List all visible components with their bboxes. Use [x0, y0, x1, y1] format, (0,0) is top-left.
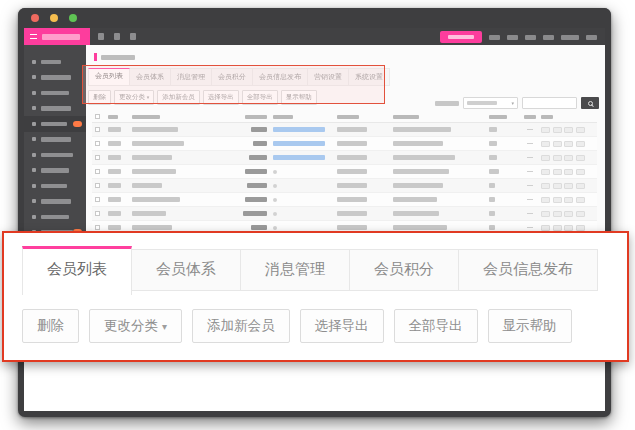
tab-member-list[interactable]: 会员列表: [22, 246, 132, 295]
select-all-checkbox[interactable]: [95, 114, 100, 119]
action-link[interactable]: [564, 225, 573, 231]
action-link[interactable]: [553, 169, 562, 175]
sidebar-item-active[interactable]: [24, 116, 86, 132]
tab-member-points[interactable]: 会员积分: [350, 249, 459, 291]
sidebar-item[interactable]: [24, 101, 86, 117]
action-link[interactable]: [564, 197, 573, 203]
action-link[interactable]: [541, 211, 550, 217]
tab-message-management[interactable]: 消息管理: [241, 249, 350, 291]
sidebar-item[interactable]: [24, 132, 86, 148]
header-menu-item[interactable]: [543, 35, 554, 40]
header-menu-item[interactable]: [489, 35, 500, 40]
export-selected-button[interactable]: 选择导出: [203, 90, 239, 105]
sidebar-item[interactable]: [24, 194, 86, 210]
row-checkbox[interactable]: [95, 183, 100, 188]
row-checkbox[interactable]: [95, 197, 100, 202]
header-icon[interactable]: [114, 33, 120, 40]
tab-member-list[interactable]: 会员列表: [88, 68, 130, 86]
action-link[interactable]: [576, 225, 585, 231]
action-link[interactable]: [564, 155, 573, 161]
search-filter-select[interactable]: ▾: [463, 97, 518, 109]
action-link[interactable]: [576, 183, 585, 189]
header-menu-item[interactable]: [507, 35, 518, 40]
sidebar-item[interactable]: [24, 147, 86, 163]
export-selected-button[interactable]: 选择导出: [300, 309, 384, 343]
action-link[interactable]: [553, 197, 562, 203]
add-member-button[interactable]: 添加新会员: [157, 90, 200, 105]
tab-system-settings[interactable]: 系统设置: [349, 68, 390, 86]
action-link[interactable]: [553, 183, 562, 189]
table-row[interactable]: [92, 137, 597, 151]
tab-member-system[interactable]: 会员体系: [130, 68, 171, 86]
action-link[interactable]: [553, 211, 562, 217]
search-button[interactable]: [581, 97, 599, 109]
tab-member-info-publish[interactable]: 会员信息发布: [459, 249, 598, 291]
action-link[interactable]: [576, 127, 585, 133]
app-logo[interactable]: [24, 28, 90, 45]
table-row[interactable]: [92, 193, 597, 207]
header-menu-item[interactable]: [525, 35, 536, 40]
action-link[interactable]: [576, 169, 585, 175]
close-button[interactable]: [31, 14, 39, 22]
action-link[interactable]: [553, 155, 562, 161]
tab-message-management[interactable]: 消息管理: [171, 68, 212, 86]
row-checkbox[interactable]: [95, 141, 100, 146]
action-link[interactable]: [553, 127, 562, 133]
table-row[interactable]: [92, 151, 597, 165]
action-link[interactable]: [541, 197, 550, 203]
sidebar-item[interactable]: [24, 209, 86, 225]
add-member-button[interactable]: 添加新会员: [192, 309, 290, 343]
action-link[interactable]: [564, 127, 573, 133]
change-category-button[interactable]: 更改分类▾: [89, 309, 182, 343]
row-checkbox[interactable]: [95, 169, 100, 174]
export-all-button[interactable]: 全部导出: [394, 309, 478, 343]
action-link[interactable]: [553, 225, 562, 231]
action-link[interactable]: [564, 141, 573, 147]
action-link[interactable]: [576, 155, 585, 161]
action-link[interactable]: [553, 141, 562, 147]
change-category-button[interactable]: 更改分类 ▾: [114, 90, 154, 105]
action-link[interactable]: [576, 197, 585, 203]
action-link[interactable]: [541, 225, 550, 231]
row-checkbox[interactable]: [95, 127, 100, 132]
header-icon[interactable]: [130, 33, 136, 40]
table-row[interactable]: [92, 179, 597, 193]
table-row[interactable]: [92, 123, 597, 137]
table-row[interactable]: [92, 207, 597, 221]
table-row[interactable]: [92, 165, 597, 179]
tab-marketing-settings[interactable]: 营销设置: [308, 68, 349, 86]
row-checkbox[interactable]: [95, 155, 100, 160]
export-all-button[interactable]: 全部导出: [242, 90, 278, 105]
header-primary-button[interactable]: [440, 31, 482, 43]
row-checkbox[interactable]: [95, 225, 100, 230]
action-link[interactable]: [564, 211, 573, 217]
action-link[interactable]: [541, 183, 550, 189]
action-link[interactable]: [541, 141, 550, 147]
row-checkbox[interactable]: [95, 211, 100, 216]
tab-member-info-publish[interactable]: 会员信息发布: [253, 68, 308, 86]
link-blurred[interactable]: [273, 155, 325, 160]
action-link[interactable]: [541, 127, 550, 133]
action-link[interactable]: [564, 169, 573, 175]
show-help-button[interactable]: 显示帮助: [488, 309, 572, 343]
delete-button[interactable]: 删除: [22, 309, 79, 343]
zoom-button[interactable]: [69, 14, 77, 22]
link-blurred[interactable]: [273, 141, 325, 146]
header-menu-item[interactable]: [586, 35, 597, 40]
action-link[interactable]: [564, 183, 573, 189]
delete-button[interactable]: 删除: [88, 90, 111, 105]
header-icon[interactable]: [98, 33, 104, 40]
tab-member-system[interactable]: 会员体系: [132, 249, 241, 291]
action-link[interactable]: [576, 211, 585, 217]
show-help-button[interactable]: 显示帮助: [281, 90, 317, 105]
sidebar-item[interactable]: [24, 178, 86, 194]
minimize-button[interactable]: [50, 14, 58, 22]
header-menu-item[interactable]: [561, 35, 579, 40]
link-blurred[interactable]: [273, 127, 325, 132]
search-input[interactable]: [522, 97, 577, 109]
sidebar-item[interactable]: [24, 85, 86, 101]
sidebar-item[interactable]: [24, 163, 86, 179]
sidebar-item[interactable]: [24, 54, 86, 70]
action-link[interactable]: [576, 141, 585, 147]
action-link[interactable]: [541, 169, 550, 175]
